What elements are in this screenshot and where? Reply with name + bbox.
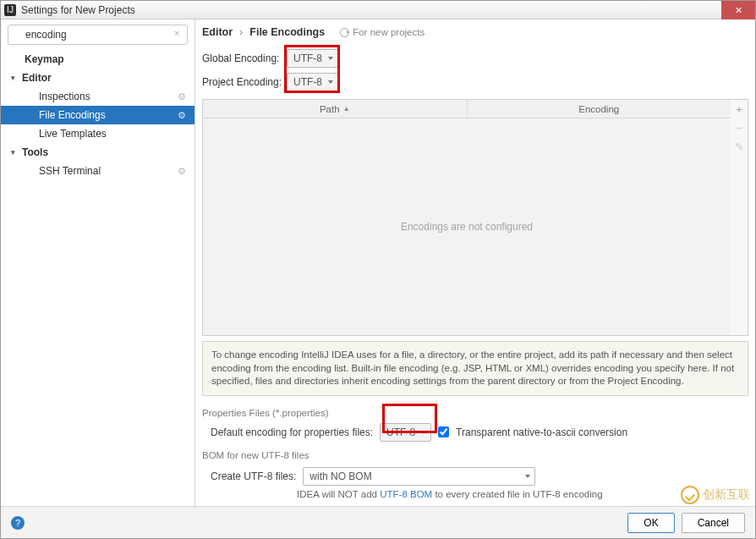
cancel-button[interactable]: Cancel [682,513,745,533]
gear-icon: ⚙ [178,110,186,121]
content-pane: Editor › File Encodings For new projects… [195,19,755,506]
create-utf8-label: Create UTF-8 files: [211,470,296,482]
close-button[interactable]: ✕ [721,1,755,19]
bom-section-label: BOM for new UTF-8 files [202,450,748,460]
clear-search-icon[interactable]: × [174,29,183,37]
create-utf8-combo[interactable]: with NO BOM [303,467,535,486]
settings-window: IJ Settings for New Projects ✕ × Keymap … [0,0,756,539]
global-encoding-label: Global Encoding: [202,52,287,64]
settings-tree: Keymap ▾Editor Inspections⚙ File Encodin… [1,48,194,506]
remove-row-button[interactable]: − [731,118,748,137]
app-icon: IJ [4,4,16,16]
tree-item-keymap[interactable]: Keymap [1,50,194,69]
reset-icon [340,28,349,37]
chevron-right-icon: › [239,26,243,38]
global-encoding-combo[interactable]: UTF-8 [287,49,338,68]
properties-section-label: Properties Files (*.properties) [202,408,748,418]
add-row-button[interactable]: + [731,100,748,118]
chevron-down-icon [421,431,426,434]
utf8-bom-link[interactable]: UTF-8 BOM [380,489,432,499]
transparent-ascii-label: Transparent native-to-ascii conversion [456,426,627,438]
column-encoding[interactable]: Encoding [468,100,731,118]
ok-button[interactable]: OK [627,513,674,533]
chevron-down-icon: ▾ [11,74,15,82]
sidebar: × Keymap ▾Editor Inspections⚙ File Encod… [1,19,195,506]
tree-item-editor[interactable]: ▾Editor [1,69,194,87]
table-empty-message: Encodings are not configured [203,118,731,335]
project-encoding-label: Project Encoding: [202,76,287,88]
chevron-down-icon [328,57,333,60]
tree-item-file-encodings[interactable]: File Encodings⚙ [1,106,194,124]
transparent-ascii-checkbox[interactable] [438,426,449,437]
help-button[interactable]: ? [11,516,25,530]
breadcrumb: Editor › File Encodings For new projects [195,19,755,45]
project-encoding-combo[interactable]: UTF-8 [287,73,338,91]
column-path[interactable]: Path▲ [203,100,468,118]
breadcrumb-root[interactable]: Editor [202,26,233,38]
titlebar: IJ Settings for New Projects ✕ [1,1,755,19]
dialog-footer: ? OK Cancel [1,506,755,538]
scope-badge: For new projects [340,27,425,37]
properties-encoding-label: Default encoding for properties files: [202,426,373,438]
properties-encoding-combo[interactable]: UTF-8 [380,423,431,442]
tree-item-tools[interactable]: ▾Tools [1,143,194,162]
chevron-down-icon [525,475,530,478]
gear-icon: ⚙ [178,166,186,177]
chevron-down-icon [328,80,333,84]
gear-icon: ⚙ [178,91,186,102]
hint-panel: To change encoding IntelliJ IDEA uses fo… [202,341,748,396]
window-title: Settings for New Projects [21,4,135,16]
bom-note: IDEA will NOT add UTF-8 BOM to every cre… [297,489,748,499]
tree-item-live-templates[interactable]: Live Templates [1,124,194,143]
chevron-down-icon: ▾ [11,148,15,157]
sort-asc-icon: ▲ [343,105,350,113]
breadcrumb-leaf: File Encodings [249,26,325,38]
search-input[interactable] [8,25,188,45]
encodings-table: Path▲ Encoding + Encodings are not confi… [202,99,748,336]
tree-item-ssh-terminal[interactable]: SSH Terminal⚙ [1,162,194,180]
tree-item-inspections[interactable]: Inspections⚙ [1,87,194,106]
edit-row-button[interactable]: ✎ [731,137,748,156]
